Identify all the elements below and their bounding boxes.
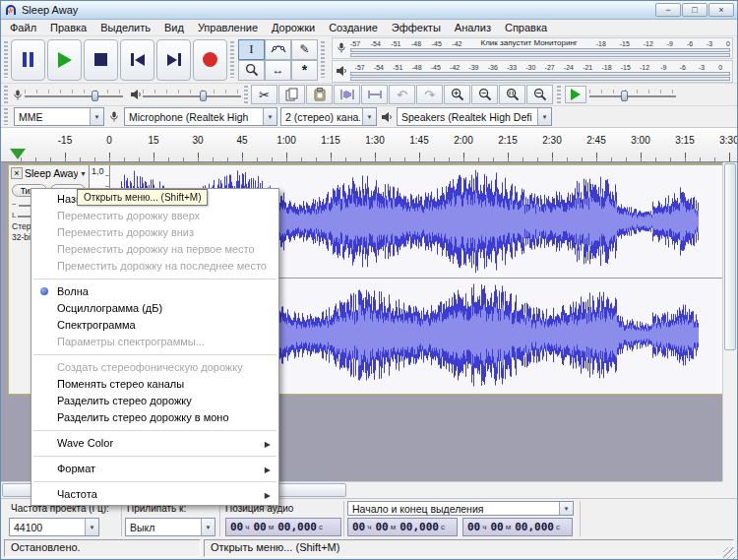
audio-position-field[interactable]: 00ч00м00,000с [225,518,341,536]
speaker-icon [380,111,394,123]
zoom-in-button[interactable] [444,85,470,104]
playback-meter[interactable]: -57-54-51-48-45-42-39-36-33-30-27-24-21-… [332,60,733,83]
draw-tool-button[interactable]: ✎ [291,39,318,60]
paste-button[interactable] [306,85,333,104]
time-digits[interactable]: 00,000 [515,521,554,533]
meter-bar [350,48,730,52]
time-digits[interactable]: 00 [375,521,388,533]
fit-project-button[interactable] [526,85,553,104]
menubar-item-9[interactable]: Справка [498,21,554,34]
ruler-label: 3:00 [631,135,649,146]
time-digits[interactable]: 00,000 [400,521,439,533]
menubar-item-3[interactable]: Вид [157,21,191,34]
menubar-item-5[interactable]: Дорожки [265,21,322,34]
menubar-item-1[interactable]: Правка [43,21,93,34]
toolbar-grip[interactable] [4,108,8,125]
selection-mode-combo[interactable]: Начало и конец выделения▼ [347,501,574,516]
recording-device-combo[interactable]: Microphone (Realtek High ▼ [124,107,277,126]
toolbar-grip[interactable] [4,41,8,79]
skip-to-start-button[interactable] [120,39,154,81]
record-button[interactable] [193,39,227,81]
track-menu-dropdown-icon[interactable]: ▼ [80,170,87,177]
titlebar[interactable]: Sleep Away − □ × [1,1,737,20]
slider-thumb[interactable] [621,91,628,101]
snap-to-combo[interactable]: Выкл▼ [125,518,215,536]
track-menu-item-6[interactable]: Волна [31,283,278,300]
recording-volume-slider[interactable] [25,88,123,101]
track-menu-item-18[interactable]: Формат▶ [31,461,278,477]
track-menu-item-16[interactable]: Wave Color▶ [31,435,278,452]
maximize-button[interactable]: □ [682,3,707,17]
copy-button[interactable] [278,85,305,104]
track-close-button[interactable]: × [11,167,23,179]
skip-to-end-button[interactable] [156,39,191,81]
vertical-scrollbar[interactable] [722,162,737,481]
close-button[interactable]: × [708,3,734,17]
menubar-item-7[interactable]: Эффекты [385,21,448,34]
track-menu-item-20[interactable]: Частота▶ [31,486,278,503]
time-digits[interactable]: 00 [230,521,243,533]
ruler-label: 3:15 [675,135,694,146]
vertical-scrollbar-thumb[interactable] [724,163,736,350]
meter-bar [350,53,730,57]
meter-scale-value: -15 [620,40,630,47]
pinned-play-head-icon[interactable] [10,149,26,159]
time-shift-tool-button[interactable]: ↔ [265,60,291,81]
slider-thumb[interactable] [92,91,98,101]
minimize-button[interactable]: − [655,3,681,17]
playback-volume-slider[interactable] [143,88,241,101]
zoom-tool-button[interactable] [238,60,265,81]
zoom-out-button[interactable] [471,85,498,104]
selection-tool-button[interactable]: I [238,39,265,60]
recording-channels-combo[interactable]: 2 (стерео) кана...▼ [280,107,377,126]
selection-end-field[interactable]: 00ч00м00,000с [462,518,573,536]
menubar-item-2[interactable]: Выделить [93,21,157,34]
trim-audio-button[interactable] [334,85,360,104]
toolbar-separator [580,501,581,536]
audio-host-combo[interactable]: MME▼ [14,107,104,126]
project-rate-combo[interactable]: 44100▼ [9,518,99,536]
track-menu-item-4: Преместить дорожку на последнее место [31,258,278,275]
toolbar-grip[interactable] [321,41,325,79]
menubar-item-6[interactable]: Создание [322,21,385,34]
timeline-ruler[interactable]: -1501530451:001:151:301:452:002:152:302:… [1,128,737,162]
toolbar-grip[interactable] [557,86,561,103]
fit-selection-button[interactable] [499,85,525,104]
envelope-tool-button[interactable] [265,39,291,60]
monitoring-hint[interactable]: Клик запустит Мониторинг [462,38,596,47]
cut-button[interactable]: ✂ [251,85,277,104]
menubar-item-0[interactable]: Файл [3,21,43,34]
pause-button[interactable] [11,39,45,81]
time-unit: ч [367,523,371,531]
play-button[interactable] [47,39,82,81]
time-digits[interactable]: 00 [352,521,365,533]
track-title[interactable]: Sleep Away [25,167,78,179]
time-digits[interactable]: 00 [490,521,503,533]
menubar-item-8[interactable]: Анализ [448,21,498,34]
toolbar-grip[interactable] [4,86,8,103]
recording-meter[interactable]: -57-54-51-48-45-42 Клик запустит Монитор… [332,37,733,60]
time-digits[interactable]: 00 [467,521,480,533]
toolbar-grip[interactable] [244,86,248,103]
multi-tool-button[interactable]: * [291,60,318,81]
resize-grip[interactable] [723,547,735,559]
toolbar-grip[interactable] [230,41,234,79]
play-at-speed-button[interactable] [565,86,586,103]
track-menu-item-8[interactable]: Спектрограмма [31,317,278,334]
track-menu-item-13[interactable]: Разделить стерео дорожку [31,393,278,409]
submenu-arrow-icon: ▶ [265,439,271,450]
track-menu-item-12[interactable]: Поменять стерео каналы [31,376,278,393]
silence-audio-button[interactable] [361,85,388,104]
slider-thumb[interactable] [200,91,207,101]
track-menu-item-14[interactable]: Разделить стерео дорожку в моно [31,409,278,426]
menubar-item-4[interactable]: Управление [191,21,265,34]
track-menu-item-7[interactable]: Осциллограмма (дБ) [31,300,278,317]
stop-button[interactable] [84,39,118,81]
time-digits[interactable]: 00 [253,521,266,533]
ruler-label: 2:30 [542,135,561,146]
ruler-label: 15 [148,135,158,146]
selection-start-field[interactable]: 00ч00м00,000с [347,518,458,536]
playback-device-combo[interactable]: Speakers (Realtek High Defi▼ [397,107,552,126]
play-speed-slider[interactable] [589,88,676,101]
time-digits[interactable]: 00,000 [277,521,317,533]
